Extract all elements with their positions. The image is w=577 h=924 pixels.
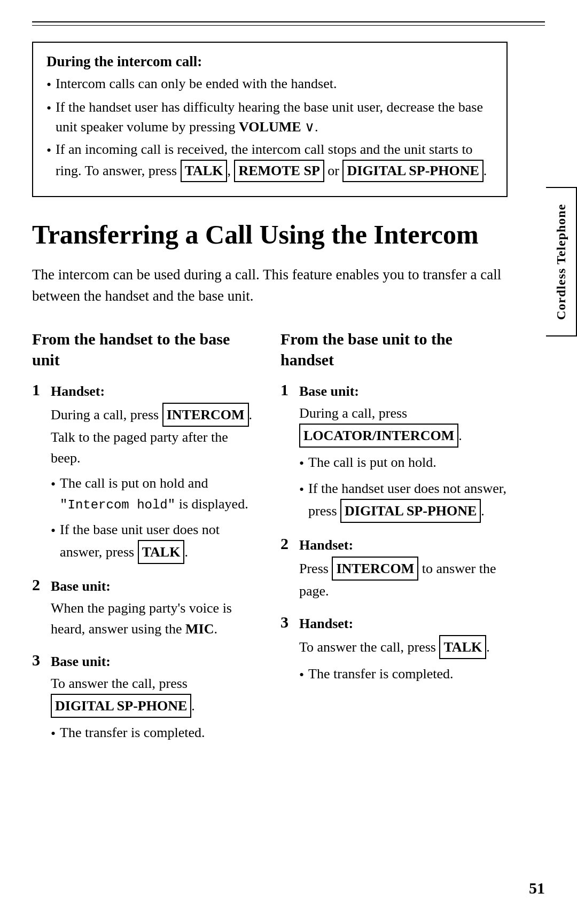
left-step-2-content: Base unit: When the paging party's voice… <box>51 576 259 639</box>
left-column-title: From the handset to the base unit <box>32 328 259 370</box>
notice-item-1: • Intercom calls can only be ended with … <box>46 74 493 95</box>
left-step-1-sub-1: • The call is put on hold and "Intercom … <box>51 473 259 515</box>
notice-item-2: • If the handset user has difficulty hea… <box>46 98 493 137</box>
bullet-icon: • <box>299 453 304 474</box>
notice-item-3-text: If an incoming call is received, the int… <box>56 140 493 182</box>
digital-sp-phone-key: DIGITAL SP-PHONE <box>342 160 483 182</box>
left-step-1: 1 Handset: During a call, press INTERCOM… <box>32 381 259 564</box>
left-step-1-sub-1-text: The call is put on hold and "Intercom ho… <box>60 473 259 515</box>
right-step-1-sub-1: • The call is put on hold. <box>299 452 508 474</box>
digital-sp-phone-key: DIGITAL SP-PHONE <box>51 694 191 718</box>
bullet-icon: • <box>299 479 304 500</box>
bullet-icon: • <box>51 520 56 541</box>
left-step-3-sub-1-text: The transfer is completed. <box>60 722 205 743</box>
right-step-number-2: 2 <box>280 535 299 553</box>
left-step-3-sub-1: • The transfer is completed. <box>51 722 259 744</box>
left-step-1-content: Handset: During a call, press INTERCOM. … <box>51 381 259 564</box>
right-step-2-label: Handset: <box>299 535 508 555</box>
left-column: From the handset to the base unit 1 Hand… <box>32 328 259 756</box>
notice-title: During the intercom call: <box>46 53 493 70</box>
bullet-icon: • <box>299 664 304 685</box>
talk-key-2: TALK <box>439 635 486 659</box>
left-step-1-sub-2: • If the base unit user does not answer,… <box>51 519 259 564</box>
bullet-icon: • <box>46 75 51 95</box>
left-step-1-sub-2-text: If the base unit user does not answer, p… <box>60 519 259 564</box>
page-number: 51 <box>529 879 545 897</box>
locator-intercom-key: LOCATOR/INTERCOM <box>299 424 458 448</box>
right-step-1-sub-1-text: The call is put on hold. <box>308 452 436 473</box>
talk-key: TALK <box>181 160 228 182</box>
notice-item-2-text: If the handset user has difficulty heari… <box>56 98 493 137</box>
right-step-3-label: Handset: <box>299 613 508 634</box>
right-step-3-content: Handset: To answer the call, press TALK.… <box>299 613 508 685</box>
left-step-2: 2 Base unit: When the paging party's voi… <box>32 576 259 639</box>
right-step-1: 1 Base unit: During a call, press LOCATO… <box>280 381 508 523</box>
intercom-key-2: INTERCOM <box>332 557 418 581</box>
step-number-1: 1 <box>32 381 51 399</box>
digital-sp-phone-key-2: DIGITAL SP-PHONE <box>340 499 481 523</box>
right-column-title: From the base unit to the handset <box>280 328 508 370</box>
left-step-3: 3 Base unit: To answer the call, press D… <box>32 651 259 744</box>
top-divider <box>32 21 545 22</box>
right-step-3: 3 Handset: To answer the call, press TAL… <box>280 613 508 685</box>
two-columns: From the handset to the base unit 1 Hand… <box>32 328 508 756</box>
bullet-icon: • <box>46 141 51 160</box>
side-tab-text: Cordless Telephone <box>554 203 568 319</box>
notice-item-3: • If an incoming call is received, the i… <box>46 140 493 182</box>
right-step-number-1: 1 <box>280 381 299 399</box>
step-number-3: 3 <box>32 651 51 669</box>
left-step-2-label: Base unit: <box>51 576 259 597</box>
thin-divider <box>32 25 545 26</box>
section-title: Transferring a Call Using the Intercom <box>32 218 508 250</box>
page-container: During the intercom call: • Intercom cal… <box>0 0 577 924</box>
notice-item-1-text: Intercom calls can only be ended with th… <box>56 74 493 93</box>
remote-sp-key: REMOTE SP <box>234 160 324 182</box>
right-step-1-sub-2-text: If the handset user does not answer, pre… <box>308 478 508 523</box>
right-step-1-content: Base unit: During a call, press LOCATOR/… <box>299 381 508 523</box>
bullet-icon: • <box>46 99 51 118</box>
right-step-2-content: Handset: Press INTERCOM to answer the pa… <box>299 535 508 601</box>
left-step-3-label: Base unit: <box>51 651 259 672</box>
talk-key: TALK <box>138 540 185 564</box>
left-step-1-label: Handset: <box>51 381 259 402</box>
section-intro: The intercom can be used during a call. … <box>32 264 508 307</box>
side-tab: Cordless Telephone <box>546 187 577 336</box>
bullet-icon: • <box>51 723 56 744</box>
intercom-key: INTERCOM <box>162 403 249 427</box>
notice-box: During the intercom call: • Intercom cal… <box>32 42 508 197</box>
left-step-3-content: Base unit: To answer the call, press DIG… <box>51 651 259 744</box>
step-number-2: 2 <box>32 576 51 594</box>
bullet-icon: • <box>51 474 56 495</box>
right-step-1-sub-2: • If the handset user does not answer, p… <box>299 478 508 523</box>
right-step-1-label: Base unit: <box>299 381 508 402</box>
right-step-2: 2 Handset: Press INTERCOM to answer the … <box>280 535 508 601</box>
right-step-number-3: 3 <box>280 613 299 631</box>
right-step-3-sub-1: • The transfer is completed. <box>299 663 508 685</box>
right-step-3-sub-1-text: The transfer is completed. <box>308 663 453 684</box>
right-column: From the base unit to the handset 1 Base… <box>280 328 508 756</box>
